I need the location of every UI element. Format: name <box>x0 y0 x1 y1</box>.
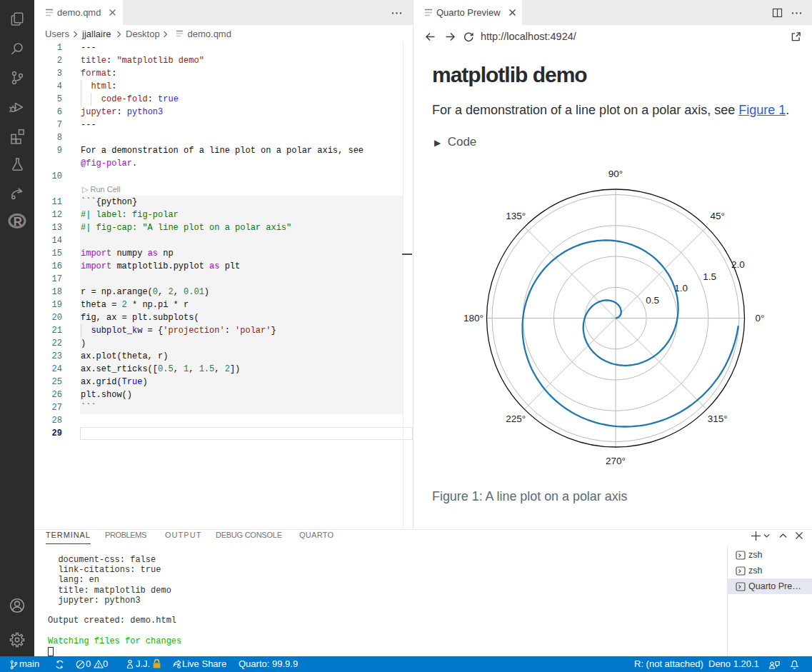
svg-text:2.0: 2.0 <box>731 259 745 270</box>
svg-text:135°: 135° <box>506 211 526 221</box>
svg-text:0°: 0° <box>756 313 765 324</box>
svg-text:1.5: 1.5 <box>703 271 716 282</box>
svg-text:315°: 315° <box>708 413 728 424</box>
svg-text:225°: 225° <box>506 413 526 424</box>
svg-text:180°: 180° <box>463 313 483 324</box>
svg-text:0.5: 0.5 <box>646 295 659 306</box>
svg-text:90°: 90° <box>608 169 623 179</box>
svg-text:270°: 270° <box>606 456 626 466</box>
svg-text:R: R <box>14 215 22 229</box>
svg-text:1.0: 1.0 <box>674 283 688 294</box>
svg-text:45°: 45° <box>711 211 725 221</box>
